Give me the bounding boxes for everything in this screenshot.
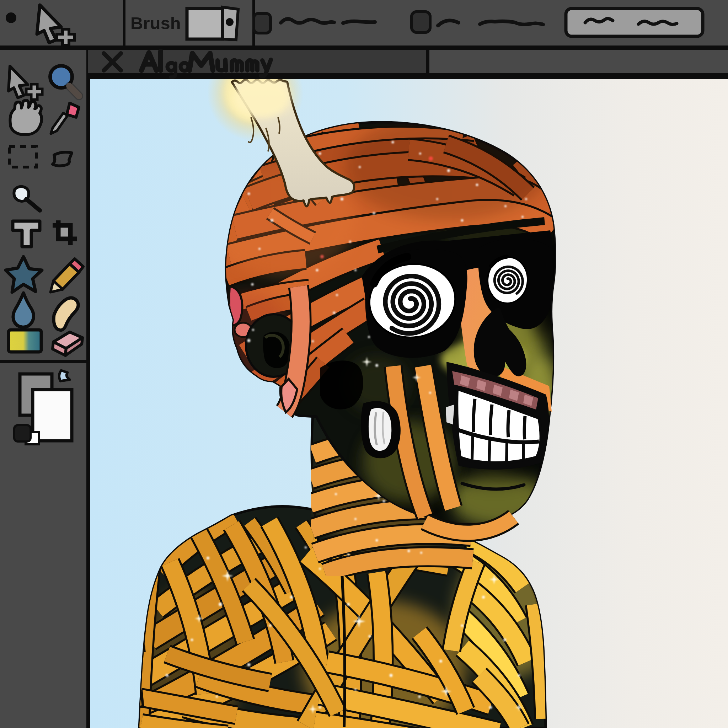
svg-text:Brush: Brush xyxy=(130,14,181,33)
